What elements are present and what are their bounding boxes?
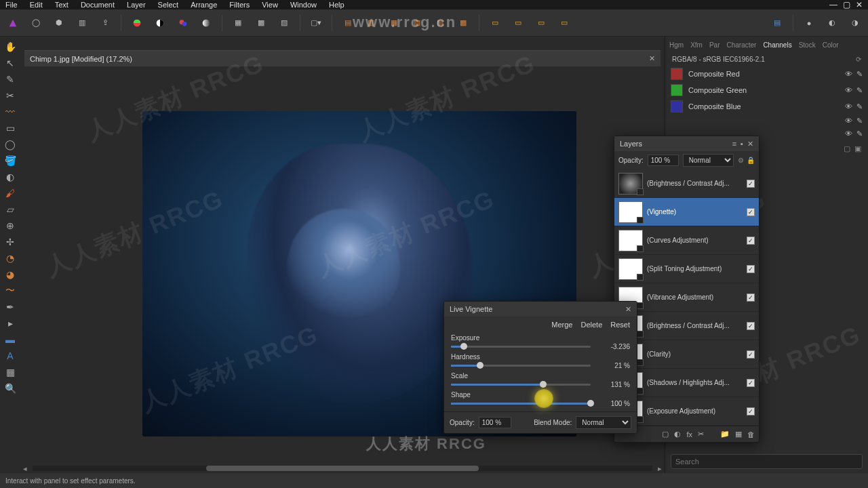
horizontal-scrollbar[interactable]: ◂ ▸ [20, 464, 665, 473]
clone-tool-icon[interactable]: ⊕ [2, 218, 18, 233]
edit-icon[interactable]: ✎ [856, 86, 863, 95]
menu-view[interactable]: View [262, 1, 278, 9]
document-tab[interactable]: Chimp 1.jpg [Modified] (17.2%) ✕ [24, 50, 660, 66]
menu-window[interactable]: Window [290, 1, 317, 9]
edit-icon[interactable]: ✎ [856, 117, 863, 125]
layer-row[interactable]: (Brightness / Contrast Adj...✓ [614, 169, 759, 198]
slider-track[interactable] [451, 403, 591, 405]
opacity-input[interactable] [648, 155, 679, 166]
layer-visibility-checkbox[interactable]: ✓ [747, 322, 755, 330]
menu-filters[interactable]: Filters [229, 1, 250, 9]
assist1-icon[interactable]: ● [802, 16, 816, 30]
tab-stock[interactable]: Stock [799, 41, 816, 49]
tab-channels[interactable]: Channels [763, 41, 791, 49]
flood-fill-tool-icon[interactable]: 🪣 [2, 153, 18, 168]
menu-file[interactable]: File [5, 1, 18, 9]
liquify-persona-icon[interactable]: ⬢ [52, 16, 66, 30]
marquee-tool-icon[interactable]: ▭ [2, 121, 18, 136]
visible-icon[interactable]: 👁 [845, 86, 852, 95]
slider-thumb[interactable] [540, 381, 547, 388]
visible-icon[interactable]: 👁 [845, 102, 852, 111]
delete-button[interactable]: Delete [580, 321, 602, 329]
align5-icon[interactable]: ▨ [433, 16, 448, 30]
layer-visibility-checkbox[interactable]: ✓ [747, 180, 755, 188]
smudge-tool-icon[interactable]: 〜 [2, 283, 18, 298]
layer-row[interactable]: (Vignette)✓ [614, 198, 759, 226]
layer-row[interactable]: (Curves Adjustment)✓ [614, 226, 759, 255]
window-minimize-icon[interactable]: — [829, 0, 837, 9]
tab-par[interactable]: Par [709, 41, 720, 49]
align4-icon[interactable]: ▧ [410, 16, 425, 30]
menu-document[interactable]: Document [81, 1, 115, 9]
delete-icon[interactable]: 🗑 [747, 430, 755, 439]
assist3-icon[interactable]: ◑ [848, 16, 863, 30]
channel-green[interactable]: Composite Green 👁✎ [665, 82, 868, 98]
inpaint-tool-icon[interactable]: ✢ [2, 235, 18, 249]
reset-button[interactable]: Reset [610, 321, 630, 329]
menu-select[interactable]: Select [158, 1, 179, 9]
color-picker-tool-icon[interactable]: ✎ [2, 72, 18, 87]
develop-persona-icon[interactable]: ▥ [75, 16, 90, 30]
hand-tool-icon[interactable]: ✋ [2, 39, 18, 54]
quick-mask-icon[interactable]: ▩ [254, 16, 269, 30]
dodge-tool-icon[interactable]: ◔ [2, 251, 18, 266]
stack-icon[interactable]: ▤ [770, 16, 785, 30]
node-tool-icon[interactable]: ▸ [2, 316, 18, 331]
slider-thumb[interactable] [477, 362, 484, 369]
mask-icon[interactable]: ▢ [844, 144, 850, 153]
panel-close-icon[interactable]: ✕ [747, 140, 753, 148]
mesh-tool-icon[interactable]: ▦ [2, 365, 18, 380]
shape-tool-icon[interactable]: ▬ [2, 332, 18, 347]
adj-icon[interactable]: ▢ [662, 430, 669, 439]
scroll-right-icon[interactable]: ▸ [655, 464, 665, 473]
menu-edit[interactable]: Edit [30, 1, 43, 9]
lock-icon[interactable]: 🔒 [747, 157, 755, 164]
panel-detach-icon[interactable]: ▪ [741, 140, 743, 148]
crop-icon[interactable]: ▢▾ [309, 16, 323, 30]
channel-extra[interactable]: 👁✎ [665, 115, 868, 127]
fx-icon[interactable]: fx [686, 430, 692, 439]
selection-icon[interactable]: ▦ [231, 16, 245, 30]
window-close-icon[interactable]: ✕ [856, 0, 863, 9]
align3-icon[interactable]: ▦ [387, 16, 401, 30]
tab-hgm[interactable]: Hgm [669, 41, 684, 49]
layer-visibility-checkbox[interactable]: ✓ [747, 379, 755, 387]
close-icon[interactable]: ✕ [625, 305, 631, 314]
scroll-left-icon[interactable]: ◂ [20, 464, 30, 473]
arrange3-icon[interactable]: ▭ [534, 16, 549, 30]
burn-tool-icon[interactable]: ◕ [2, 267, 18, 282]
menu-help[interactable]: Help [329, 1, 344, 9]
slider-track[interactable] [451, 384, 591, 386]
arrange1-icon[interactable]: ▭ [488, 16, 502, 30]
layer-visibility-checkbox[interactable]: ✓ [747, 208, 755, 216]
vp-opacity-input[interactable] [479, 417, 511, 428]
gear-icon[interactable]: ⚙ [738, 157, 744, 164]
menu-arrange[interactable]: Arrange [191, 1, 217, 9]
visible-icon[interactable]: 👁 [845, 70, 852, 79]
paint-brush-tool-icon[interactable]: 🖌 [2, 186, 18, 201]
edit-icon[interactable]: ✎ [856, 129, 863, 138]
menu-text[interactable]: Text [55, 1, 68, 9]
move-tool-icon[interactable]: ↖ [2, 56, 18, 70]
merge-button[interactable]: Merge [551, 321, 572, 329]
add-layer-icon[interactable]: ▦ [735, 430, 742, 439]
crop-icon[interactable]: ✂ [698, 430, 704, 439]
color-wheel-icon[interactable] [130, 16, 144, 30]
selection-brush-tool-icon[interactable]: 〰 [2, 104, 18, 119]
arrange2-icon[interactable]: ▭ [511, 16, 526, 30]
layer-visibility-checkbox[interactable]: ✓ [747, 407, 755, 415]
text-tool-icon[interactable]: A [2, 348, 18, 363]
edit-icon[interactable]: ✎ [856, 70, 863, 79]
photo-persona-icon[interactable]: ◯ [28, 16, 43, 30]
refresh-icon[interactable]: ⟳ [856, 56, 861, 63]
align1-icon[interactable]: ▤ [340, 16, 355, 30]
layer-visibility-checkbox[interactable]: ✓ [747, 293, 755, 302]
layer-row[interactable]: (Split Toning Adjustment)✓ [614, 255, 759, 283]
tab-xfm[interactable]: Xfm [690, 41, 703, 49]
swatches-icon[interactable] [176, 16, 191, 30]
window-maximize-icon[interactable]: ▢ [843, 0, 850, 9]
visible-icon[interactable]: 👁 [845, 129, 852, 138]
erase-tool-icon[interactable]: ▱ [2, 202, 18, 217]
arrange4-icon[interactable]: ▭ [557, 16, 572, 30]
crop-tool-icon[interactable]: ✂ [2, 88, 18, 103]
